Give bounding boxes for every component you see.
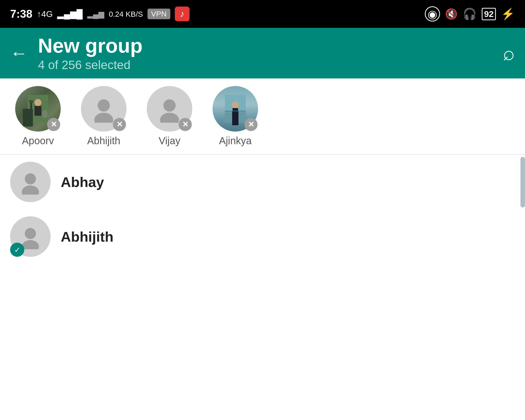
svg-point-6 <box>98 99 110 112</box>
selected-checkmark: ✓ <box>10 243 24 257</box>
status-bar: 7:38 ↑4G ▂▄▆█ ▂▄▆ 0.24 KB/S VPN ♪ ◉ 🔇 🎧 … <box>0 0 525 28</box>
chip-vijay: ✕ Vijay <box>142 86 197 146</box>
svg-point-18 <box>22 240 39 249</box>
back-button[interactable]: ← <box>10 44 28 62</box>
vpn-label: VPN <box>148 9 170 19</box>
battery-indicator: 92 <box>482 8 496 20</box>
chip-ajinkya-name: Ajinkya <box>219 135 252 146</box>
ajinkya-photo-svg <box>221 95 249 123</box>
chip-apoorv-avatar-wrap: ✕ <box>15 86 61 132</box>
abhay-avatar-svg <box>18 169 43 195</box>
silent-icon: 🔇 <box>445 8 458 20</box>
chip-apoorv: ✕ Apoorv <box>10 86 66 146</box>
page-title: New group <box>38 35 493 57</box>
contact-abhijith-name: Abhijith <box>61 228 113 245</box>
svg-point-7 <box>94 113 113 123</box>
chip-ajinkya-avatar-wrap: ✕ <box>213 86 258 132</box>
svg-rect-1 <box>30 102 32 118</box>
search-button[interactable]: ⌕ <box>503 41 515 65</box>
status-right: ◉ 🔇 🎧 92 ⚡ <box>425 6 515 22</box>
toolbar: ← New group 4 of 256 selected ⌕ <box>0 28 525 78</box>
svg-rect-14 <box>225 111 246 112</box>
chip-abhijith: ✕ Abhijith <box>76 86 132 146</box>
chip-vijay-remove[interactable]: ✕ <box>179 118 192 131</box>
contact-abhay-avatar <box>10 162 51 202</box>
chip-abhijith-avatar-wrap: ✕ <box>81 86 127 132</box>
svg-point-17 <box>25 228 36 239</box>
alarm-icon: ◉ <box>425 6 440 22</box>
status-time: 7:38 <box>10 8 32 20</box>
headphone-icon: 🎧 <box>463 7 477 20</box>
contact-abhay-name: Abhay <box>61 174 104 190</box>
default-avatar-svg <box>90 95 118 123</box>
svg-point-16 <box>22 185 39 195</box>
data-speed: 0.24 KB/S <box>109 10 143 18</box>
svg-point-5 <box>42 110 48 118</box>
svg-rect-13 <box>233 108 238 116</box>
lightning-icon: ⚡ <box>501 7 515 20</box>
signal-bars-2: ▂▄▆ <box>87 10 104 18</box>
contact-list: Abhay ✓ Abhijith <box>0 155 525 264</box>
chip-apoorv-name: Apoorv <box>22 135 54 146</box>
svg-rect-2 <box>29 100 33 103</box>
svg-point-9 <box>160 113 179 123</box>
music-icon: ♪ <box>175 7 190 21</box>
svg-point-12 <box>232 101 239 108</box>
chip-apoorv-remove[interactable]: ✕ <box>47 118 60 131</box>
default-avatar-svg-2 <box>156 95 183 123</box>
chip-abhijith-remove[interactable]: ✕ <box>113 118 126 131</box>
scroll-indicator[interactable] <box>520 157 525 207</box>
svg-point-3 <box>34 99 41 106</box>
selection-count: 4 of 256 selected <box>38 58 493 72</box>
chip-ajinkya-remove[interactable]: ✕ <box>244 118 258 131</box>
svg-rect-11 <box>225 112 246 123</box>
chip-vijay-avatar-wrap: ✕ <box>147 86 192 132</box>
signal-bars-1: ▂▄▆█ <box>57 9 82 19</box>
page-wrapper: 7:38 ↑4G ▂▄▆█ ▂▄▆ 0.24 KB/S VPN ♪ ◉ 🔇 🎧 … <box>0 0 525 420</box>
svg-rect-4 <box>34 106 41 116</box>
svg-point-15 <box>25 173 36 184</box>
chip-ajinkya: ✕ Ajinkya <box>207 86 263 146</box>
list-item-abhijith[interactable]: ✓ Abhijith <box>0 209 525 264</box>
contact-abhijith-avatar-wrap: ✓ <box>10 216 51 257</box>
chip-vijay-name: Vijay <box>159 135 180 146</box>
network-indicator: ↑4G <box>37 9 53 19</box>
svg-point-8 <box>163 99 176 112</box>
selected-area: ✕ Apoorv ✕ Abhijith <box>0 78 525 155</box>
list-item-abhay[interactable]: Abhay <box>0 155 525 209</box>
apoorv-photo-svg <box>24 95 52 123</box>
toolbar-title-block: New group 4 of 256 selected <box>38 35 493 72</box>
chip-abhijith-name: Abhijith <box>87 135 120 146</box>
contact-abhay-avatar-wrap <box>10 162 51 202</box>
status-left: 7:38 ↑4G ▂▄▆█ ▂▄▆ 0.24 KB/S VPN ♪ <box>10 7 190 21</box>
